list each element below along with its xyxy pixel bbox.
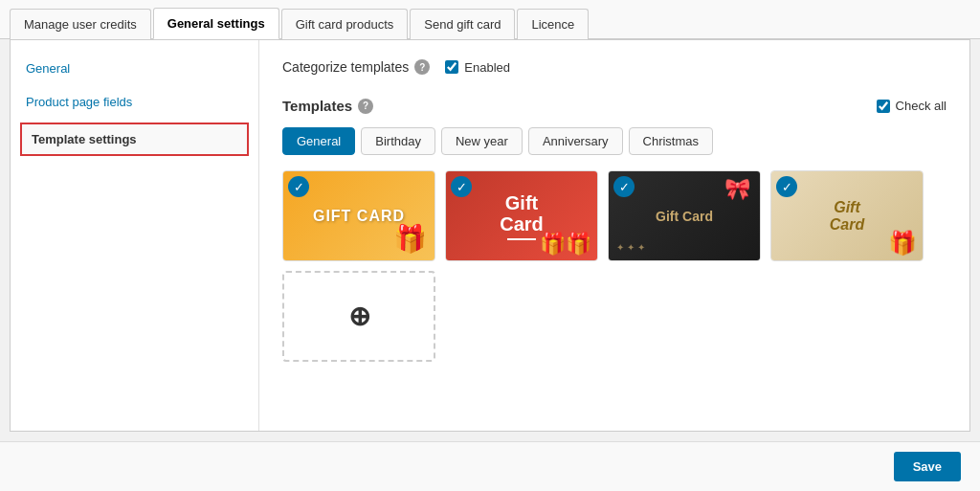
sidebar-item-general[interactable]: General xyxy=(11,52,258,85)
check-icon-1: ✓ xyxy=(294,180,304,194)
card-check-2: ✓ xyxy=(451,176,472,197)
check-icon-4: ✓ xyxy=(782,180,792,194)
card-red-gifts-icon: 🎁🎁 xyxy=(540,232,591,257)
categorize-label: Categorize templates ? xyxy=(282,59,430,75)
categorize-text: Categorize templates xyxy=(282,59,409,75)
filter-tab-new-year[interactable]: New year xyxy=(441,127,523,155)
main-area: General Product page fields Template set… xyxy=(10,39,970,432)
filter-tabs: General Birthday New year Anniversary Ch… xyxy=(282,127,947,155)
card-beige-gift-icon: 🎁 xyxy=(888,230,917,257)
tab-manage-user-credits[interactable]: Manage user credits xyxy=(10,9,151,39)
card-check-1: ✓ xyxy=(288,176,309,197)
card-dark-stars-icon: ✦ ✦ ✦ xyxy=(616,242,645,253)
check-icon-2: ✓ xyxy=(457,180,467,194)
cards-grid: ✓ GIFT CARD 🎁 ✓ xyxy=(282,170,947,362)
card-yellow-text: GIFT CARD xyxy=(313,208,405,225)
tab-gift-card-products[interactable]: Gift card products xyxy=(281,9,409,39)
templates-header: Templates ? Check all xyxy=(282,98,947,114)
top-tabs: Manage user credits General settings Gif… xyxy=(0,0,980,39)
tab-licence[interactable]: Licence xyxy=(517,9,589,39)
content-panel: Categorize templates ? Enabled Templates… xyxy=(259,40,969,431)
card-dark-text: Gift Card xyxy=(656,209,713,224)
filter-tab-birthday[interactable]: Birthday xyxy=(361,127,435,155)
add-icon: ⊕ xyxy=(348,301,370,332)
check-all-label[interactable]: Check all xyxy=(877,99,947,113)
card-yellow-gift-icon: 🎁 xyxy=(393,223,427,255)
template-card-1[interactable]: ✓ GIFT CARD 🎁 xyxy=(282,170,435,261)
save-button[interactable]: Save xyxy=(894,452,961,481)
check-all-checkbox[interactable] xyxy=(877,100,890,113)
categorize-checkbox-label[interactable]: Enabled xyxy=(445,60,510,75)
filter-tab-anniversary[interactable]: Anniversary xyxy=(528,127,623,155)
categorize-enabled-text: Enabled xyxy=(464,60,510,75)
check-icon-3: ✓ xyxy=(619,180,630,194)
add-template-card[interactable]: ⊕ xyxy=(282,271,435,362)
card-red-dash xyxy=(507,238,536,240)
card-beige-text: GiftCard xyxy=(830,199,864,234)
categorize-row: Categorize templates ? Enabled xyxy=(282,59,947,75)
check-all-text: Check all xyxy=(896,99,947,113)
filter-tab-christmas[interactable]: Christmas xyxy=(629,127,714,155)
template-card-2[interactable]: ✓ GiftCard 🎁🎁 xyxy=(445,170,598,261)
sidebar: General Product page fields Template set… xyxy=(11,40,259,431)
footer-bar: Save xyxy=(0,441,980,491)
card-check-3: ✓ xyxy=(613,176,635,197)
sidebar-item-template-settings[interactable]: Template settings xyxy=(20,123,249,156)
sidebar-item-product-page-fields[interactable]: Product page fields xyxy=(11,85,258,119)
card-check-4: ✓ xyxy=(776,176,797,197)
tab-general-settings[interactable]: General settings xyxy=(153,8,279,39)
templates-section: Templates ? Check all General Birthday N… xyxy=(282,98,947,362)
tab-send-gift-card[interactable]: Send gift card xyxy=(410,9,515,39)
templates-title-text: Templates xyxy=(282,98,352,114)
template-card-3[interactable]: ✓ 🎀 Gift Card ✦ ✦ ✦ xyxy=(608,170,761,261)
card-red-text: GiftCard xyxy=(500,192,544,234)
filter-tab-general[interactable]: General xyxy=(282,127,355,155)
templates-title: Templates ? xyxy=(282,98,373,114)
categorize-help-icon[interactable]: ? xyxy=(414,59,430,75)
templates-help-icon[interactable]: ? xyxy=(358,99,373,114)
categorize-checkbox[interactable] xyxy=(445,60,458,74)
template-card-4[interactable]: ✓ GiftCard 🎁 xyxy=(770,170,924,261)
page-wrapper: Manage user credits General settings Gif… xyxy=(0,0,980,491)
card-dark-bow-icon: 🎀 xyxy=(724,177,750,202)
